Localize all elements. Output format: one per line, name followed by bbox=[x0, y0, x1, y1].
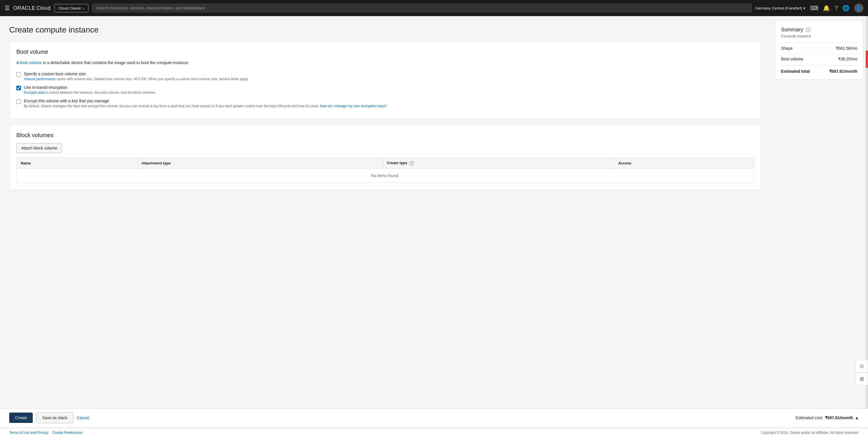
save-as-stack-button[interactable]: Save as stack bbox=[36, 412, 73, 413]
header-right: Germany Central (Frankfurt) ▾ ⌨ 🔔 ? 🌐 👤 bbox=[755, 3, 863, 13]
description-prefix: A bbox=[17, 60, 20, 65]
cloud-classic-arrow: › bbox=[83, 6, 84, 10]
summary-shape-value: ₹661.56/mo bbox=[836, 46, 857, 51]
in-transit-encryption-label[interactable]: Use in-transit encryption bbox=[24, 85, 67, 90]
region-label: Germany Central (Frankfurt) bbox=[755, 6, 802, 10]
encrypt-key-desc: By default, Oracle manages the keys that… bbox=[24, 104, 754, 109]
custom-boot-size-checkbox[interactable] bbox=[17, 72, 21, 77]
language-globe-icon[interactable]: 🌐 bbox=[842, 5, 849, 11]
summary-title: Summary bbox=[781, 27, 803, 33]
block-volumes-title: Block volumes bbox=[17, 132, 754, 139]
oracle-logo: ORACLE Cloud bbox=[13, 5, 51, 11]
region-selector[interactable]: Germany Central (Frankfurt) ▾ bbox=[755, 6, 805, 10]
boot-volume-card: Boot volume A boot volume is a detachabl… bbox=[9, 41, 761, 119]
summary-boot-volume-value: ₹36.25/mo bbox=[838, 57, 857, 61]
col-attachment-type: Attachment type bbox=[137, 158, 382, 169]
user-avatar[interactable]: 👤 bbox=[854, 3, 863, 13]
attach-block-volume-button[interactable]: Attach block volume bbox=[17, 143, 62, 153]
create-type-info-icon[interactable]: i bbox=[409, 161, 414, 166]
help-circle-button[interactable]: ⊙ bbox=[855, 360, 868, 373]
col-name: Name bbox=[17, 158, 137, 169]
header: ☰ ORACLE Cloud Cloud Classic › Germany C… bbox=[0, 0, 868, 16]
summary-boot-volume-row: Boot volume ₹36.25/mo bbox=[781, 54, 857, 64]
summary-card: Summary i Compute instance Shape ₹661.56… bbox=[775, 21, 863, 80]
encrypt-key-label[interactable]: Encrypt this volume with a key that you … bbox=[24, 98, 109, 103]
table-body: No items found. bbox=[17, 169, 754, 182]
block-volumes-table: Name Attachment type Create type i Acces… bbox=[17, 157, 754, 183]
encrypt-key-checkbox[interactable] bbox=[17, 99, 21, 104]
custom-boot-size-desc: Volume performance varies with volume si… bbox=[24, 77, 754, 82]
cloud-text: Cloud bbox=[36, 5, 51, 11]
col-create-type: Create type i bbox=[382, 158, 614, 169]
in-transit-encryption-row: Use in-transit encryption Encrypts data … bbox=[17, 85, 754, 95]
encrypts-data-link[interactable]: Encrypts data bbox=[24, 91, 45, 95]
encrypt-key-content: Encrypt this volume with a key that you … bbox=[24, 98, 754, 109]
notifications-bell-icon[interactable]: 🔔 bbox=[823, 5, 830, 11]
page-title: Create compute instance bbox=[9, 25, 761, 34]
summary-shape-label: Shape bbox=[781, 46, 793, 51]
bottom-action-bar: Create Save as stack Cancel Estimated co… bbox=[0, 409, 868, 413]
custom-boot-size-content: Specify a custom boot volume size Volume… bbox=[24, 71, 754, 82]
in-transit-encryption-desc: Encrypts data in transit between the ins… bbox=[24, 90, 754, 95]
scrollbar-track bbox=[866, 16, 868, 413]
encrypt-key-row: Encrypt this volume with a key that you … bbox=[17, 98, 754, 109]
search-input[interactable] bbox=[92, 3, 752, 13]
hamburger-menu-icon[interactable]: ☰ bbox=[5, 5, 10, 11]
help-question-icon[interactable]: ? bbox=[835, 5, 838, 11]
oracle-text: ORACLE bbox=[13, 5, 35, 11]
table-header: Name Attachment type Create type i Acces… bbox=[17, 158, 754, 169]
content-area: Create compute instance Boot volume A bo… bbox=[0, 16, 770, 413]
table-header-row: Name Attachment type Create type i Acces… bbox=[17, 158, 754, 169]
region-chevron-icon: ▾ bbox=[803, 6, 805, 10]
col-access: Access bbox=[614, 158, 754, 169]
summary-sidebar: Summary i Compute instance Shape ₹661.56… bbox=[770, 16, 868, 413]
help-float-panel: ⊙ ⊞ bbox=[855, 360, 868, 385]
apps-grid-button[interactable]: ⊞ bbox=[855, 373, 868, 385]
summary-boot-volume-label: Boot volume bbox=[781, 57, 803, 61]
boot-volume-title: Boot volume bbox=[17, 49, 754, 55]
table-empty-row: No items found. bbox=[17, 169, 754, 182]
summary-total-row: Estimated total ₹697.81/month bbox=[781, 65, 857, 74]
boot-volume-link[interactable]: boot volume bbox=[20, 60, 42, 65]
in-transit-encryption-content: Use in-transit encryption Encrypts data … bbox=[24, 85, 754, 95]
summary-estimated-total-label: Estimated total bbox=[781, 69, 810, 74]
summary-estimated-total-value: ₹697.81/month bbox=[829, 69, 857, 74]
table-empty-message: No items found. bbox=[17, 169, 754, 182]
cloud-classic-button[interactable]: Cloud Classic › bbox=[54, 4, 89, 12]
cloud-shell-icon[interactable]: ⌨ bbox=[810, 5, 818, 11]
summary-shape-row: Shape ₹661.56/mo bbox=[781, 43, 857, 54]
summary-subtitle: Compute instance bbox=[781, 34, 857, 38]
cloud-classic-label: Cloud Classic bbox=[59, 6, 81, 10]
volume-performance-link[interactable]: Volume performance bbox=[24, 77, 56, 81]
summary-header: Summary i bbox=[781, 27, 857, 33]
custom-boot-size-row: Specify a custom boot volume size Volume… bbox=[17, 71, 754, 82]
in-transit-encryption-checkbox[interactable] bbox=[17, 86, 21, 90]
boot-volume-description: A boot volume is a detachable device tha… bbox=[17, 60, 754, 66]
manage-encryption-keys-link[interactable]: How do I manage my own encryption keys? bbox=[320, 104, 386, 108]
description-suffix: is a detachable device that contains the… bbox=[42, 60, 189, 65]
scrollbar-thumb[interactable] bbox=[866, 51, 868, 68]
custom-boot-size-label[interactable]: Specify a custom boot volume size bbox=[24, 71, 86, 76]
block-volumes-card: Block volumes Attach block volume Name A… bbox=[9, 125, 761, 190]
main-layout: Create compute instance Boot volume A bo… bbox=[0, 16, 868, 413]
summary-info-icon[interactable]: i bbox=[806, 28, 811, 32]
